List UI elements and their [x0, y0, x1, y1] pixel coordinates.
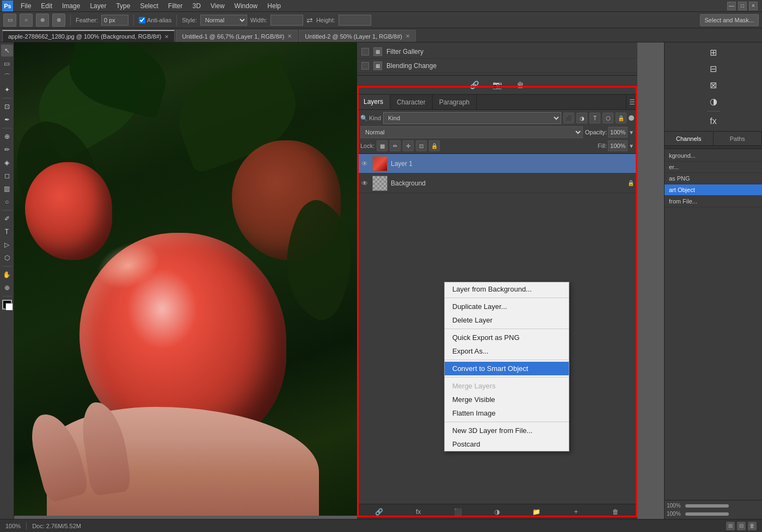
- tool-move[interactable]: ↖: [1, 45, 13, 57]
- add-mask-btn[interactable]: ⬛: [452, 506, 463, 517]
- ctx-convert-smart-object[interactable]: Convert to Smart Object: [445, 362, 569, 375]
- ch-item-0[interactable]: kground...: [665, 150, 762, 162]
- status-icon-2[interactable]: ⊟: [737, 522, 746, 530]
- menu-3d[interactable]: 3D: [188, 1, 205, 11]
- tool-brush[interactable]: ✏: [1, 144, 13, 156]
- layer-item-background[interactable]: 👁 Background 🔒: [357, 174, 637, 193]
- ch-tab-channels[interactable]: Channels: [665, 132, 714, 145]
- status-icon-1[interactable]: ⊞: [726, 522, 735, 530]
- filter-smart-btn[interactable]: 🔒: [616, 113, 626, 123]
- lock-all-btn[interactable]: 🔒: [429, 140, 440, 151]
- history-check-2[interactable]: [361, 62, 369, 70]
- status-icon-3[interactable]: 🗑: [748, 522, 757, 530]
- height-input[interactable]: [339, 15, 371, 26]
- filter-shape-btn[interactable]: ⬡: [603, 113, 613, 123]
- history-filter-gallery[interactable]: ▦ Filter Gallery: [357, 45, 637, 59]
- canvas-area[interactable]: ▦ Filter Gallery ▦ Blending Change 🔗 📷 🗑…: [14, 42, 664, 519]
- menu-image[interactable]: Image: [58, 1, 84, 11]
- tab-character[interactable]: Character: [390, 95, 433, 109]
- ctx-postcard[interactable]: Postcard: [445, 437, 569, 451]
- ctx-flatten-image[interactable]: Flatten Image: [445, 406, 569, 420]
- link-icon[interactable]: 🔗: [469, 79, 481, 91]
- lock-pixels-btn[interactable]: ✏: [390, 140, 401, 151]
- tool-zoom[interactable]: ⊕: [1, 282, 13, 294]
- menu-layer[interactable]: Layer: [85, 1, 110, 11]
- ch-item-2[interactable]: as PNG: [665, 173, 762, 184]
- minimize-btn[interactable]: —: [727, 2, 736, 10]
- add-group-btn[interactable]: 📁: [531, 506, 542, 517]
- filter-pixel-btn[interactable]: ⬛: [563, 113, 574, 123]
- tool-marquee[interactable]: ▭: [1, 58, 13, 70]
- ch-tab-paths[interactable]: Paths: [714, 132, 763, 145]
- tool-dodge[interactable]: ○: [1, 196, 13, 208]
- tab-2[interactable]: Untitled-2 @ 50% (Layer 1, RGB/8#) ✕: [299, 30, 416, 42]
- ctx-merge-visible[interactable]: Merge Visible: [445, 393, 569, 406]
- menu-edit[interactable]: Edit: [36, 1, 57, 11]
- tool-crop[interactable]: ⊡: [1, 101, 13, 113]
- ch-item-3[interactable]: art Object: [665, 184, 762, 196]
- lock-position-btn[interactable]: ✛: [403, 140, 414, 151]
- tool-magic-wand[interactable]: ✦: [1, 84, 13, 96]
- feather-input[interactable]: [101, 15, 128, 26]
- style-select[interactable]: Normal Fixed Ratio Fixed Size: [200, 15, 247, 26]
- layer-visibility-layer1[interactable]: 👁: [360, 159, 369, 168]
- ch-icon-3[interactable]: ⊠: [706, 77, 721, 92]
- antialias-checkbox[interactable]: [139, 17, 145, 23]
- trash-icon[interactable]: 🗑: [514, 79, 526, 91]
- foreground-color[interactable]: [2, 300, 12, 310]
- ch-icon-5[interactable]: fx: [706, 114, 721, 129]
- history-blending-change[interactable]: ▦ Blending Change: [357, 59, 637, 73]
- blend-mode-select[interactable]: Normal Multiply Screen: [360, 126, 583, 138]
- lock-artboard-btn[interactable]: ⊡: [416, 140, 427, 151]
- tab-close-0[interactable]: ✕: [164, 34, 169, 40]
- tool-eyedropper[interactable]: ✒: [1, 114, 13, 126]
- layer-item-layer1[interactable]: 👁 Layer 1: [357, 154, 637, 174]
- tab-close-2[interactable]: ✕: [405, 33, 410, 39]
- fill-input[interactable]: [608, 140, 628, 151]
- menu-file[interactable]: File: [16, 1, 35, 11]
- ch-icon-4[interactable]: ◑: [706, 94, 721, 109]
- opacity-slider-1[interactable]: [685, 504, 729, 508]
- ctx-duplicate-layer[interactable]: Duplicate Layer...: [445, 300, 569, 313]
- add-layer-btn[interactable]: +: [570, 506, 581, 517]
- swap-icon[interactable]: ⇄: [306, 16, 313, 24]
- delete-layer-btn[interactable]: 🗑: [610, 506, 621, 517]
- background-color[interactable]: [5, 303, 13, 311]
- close-btn[interactable]: ×: [749, 2, 758, 10]
- fill-arrow[interactable]: ▼: [629, 143, 634, 149]
- tool-path[interactable]: ▷: [1, 239, 13, 251]
- tab-0[interactable]: apple-2788662_1280.jpg @ 100% (Backgroun…: [2, 30, 175, 42]
- tool-shape[interactable]: ⬡: [1, 252, 13, 264]
- ctx-delete-layer[interactable]: Delete Layer: [445, 313, 569, 327]
- tool-options-rect[interactable]: ▭: [3, 14, 16, 27]
- add-adjustment-btn[interactable]: ◑: [491, 506, 502, 517]
- layer-visibility-background[interactable]: 👁: [360, 179, 369, 188]
- ch-item-4[interactable]: from File...: [665, 196, 762, 207]
- tool-type[interactable]: T: [1, 226, 13, 238]
- tool-lasso[interactable]: ⌒: [1, 71, 13, 83]
- maximize-btn[interactable]: □: [738, 2, 747, 10]
- menu-type[interactable]: Type: [112, 1, 134, 11]
- opacity-arrow[interactable]: ▼: [629, 129, 634, 135]
- filter-color-dot[interactable]: [629, 115, 634, 121]
- select-mask-button[interactable]: Select and Mask...: [700, 14, 759, 26]
- lock-transparent-btn[interactable]: ▦: [377, 140, 388, 151]
- tool-heal[interactable]: ⊕: [1, 131, 13, 143]
- ch-icon-1[interactable]: ⊞: [706, 45, 721, 60]
- filter-adj-btn[interactable]: ◑: [576, 113, 587, 123]
- opacity-slider-2[interactable]: [685, 512, 729, 516]
- menu-view[interactable]: View: [206, 1, 229, 11]
- tab-layers[interactable]: Layers: [357, 95, 390, 109]
- tool-options-ellipse[interactable]: ○: [20, 14, 33, 27]
- filter-type-btn[interactable]: T: [589, 113, 600, 123]
- tool-gradient[interactable]: ▥: [1, 183, 13, 195]
- ch-icon-2[interactable]: ⊟: [706, 61, 721, 76]
- add-link-btn[interactable]: 🔗: [373, 506, 384, 517]
- history-check-1[interactable]: [361, 48, 369, 55]
- opacity-input[interactable]: [608, 127, 628, 138]
- tool-pen[interactable]: ✐: [1, 213, 13, 225]
- ctx-new-3d-layer[interactable]: New 3D Layer from File...: [445, 424, 569, 437]
- ctx-export-as[interactable]: Export As...: [445, 344, 569, 358]
- ch-item-1[interactable]: er...: [665, 162, 762, 173]
- add-fx-btn[interactable]: fx: [413, 506, 424, 517]
